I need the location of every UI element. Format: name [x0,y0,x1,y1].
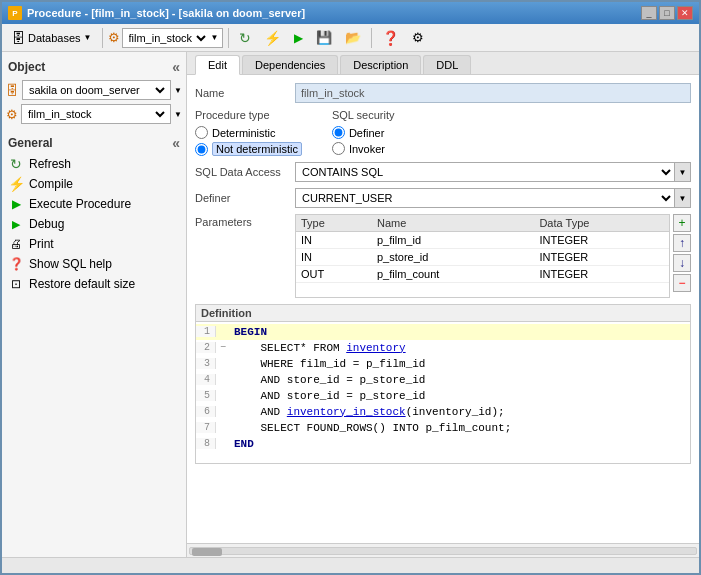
restore-action[interactable]: ⊡ Restore default size [6,274,182,294]
code-line-8: 8 END [196,436,690,452]
name-value-wrapper [295,83,691,103]
server-dropdown-arrow[interactable]: ▼ [174,86,182,95]
deterministic-option[interactable]: Deterministic [195,126,302,139]
tab-description[interactable]: Description [340,55,421,74]
sql-data-access-dropdown[interactable]: CONTAINS SQL NO SQL READS SQL DATA MODIF… [295,162,691,182]
definer-radio[interactable] [332,126,345,139]
invoker-option[interactable]: Invoker [332,142,395,155]
h-scrollbar-track [189,547,697,555]
code-editor[interactable]: 1 BEGIN 2 − SELECT* FROM inventory [196,322,690,454]
print-icon: 🖨 [8,236,24,252]
param-row-3[interactable]: OUT p_film_count INTEGER [296,266,669,283]
sql-data-access-select[interactable]: CONTAINS SQL NO SQL READS SQL DATA MODIF… [296,165,674,179]
server-selector-row: 🗄 sakila on doom_server ▼ [6,78,182,102]
compile-label: Compile [29,177,73,191]
window-title: Procedure - [film_in_stock] - [sakila on… [27,7,305,19]
tb-compile-btn[interactable]: ⚡ [259,27,286,49]
proc-selector-row: ⚙ film_in_stock ▼ [6,102,182,126]
object-collapse-btn[interactable]: « [172,59,180,75]
title-bar-left: P Procedure - [film_in_stock] - [sakila … [8,6,305,20]
tb-save-btn[interactable]: 💾 [311,27,337,48]
proc-selector-icon: ⚙ [6,107,18,122]
print-action[interactable]: 🖨 Print [6,234,182,254]
line-num-3: 3 [196,358,216,369]
line-num-6: 6 [196,406,216,417]
server-selector[interactable]: sakila on doom_server [22,80,171,100]
procedure-dropdown[interactable]: film_in_stock ▼ [122,28,224,48]
definer-arrow: ▼ [674,189,690,207]
close-button[interactable]: ✕ [677,6,693,20]
param-row-1[interactable]: IN p_film_id INTEGER [296,232,669,249]
add-param-button[interactable]: + [673,214,691,232]
line-code-4: AND store_id = p_store_id [230,374,425,386]
param2-type: IN [296,249,372,266]
tb-settings-btn[interactable]: ⚙ [407,27,429,48]
chevron-down-icon: ▼ [84,33,92,42]
databases-button[interactable]: 🗄 Databases ▼ [6,27,97,49]
name-label: Name [195,87,295,99]
move-up-button[interactable]: ↑ [673,234,691,252]
tb-refresh-icon: ↻ [239,30,251,46]
tb-execute-btn[interactable]: ▶ [289,28,308,48]
tab-ddl[interactable]: DDL [423,55,471,74]
tb-help-icon: ❓ [382,30,399,46]
window-icon: P [8,6,22,20]
maximize-button[interactable]: □ [659,6,675,20]
debug-action[interactable]: ▶ Debug [6,214,182,234]
proc-selector[interactable]: film_in_stock [21,104,171,124]
proc-type-group: Procedure type Deterministic Not determi… [195,109,302,156]
definer-option[interactable]: Definer [332,126,395,139]
tb-help-btn[interactable]: ❓ [377,27,404,49]
definer-label: Definer [349,127,384,139]
invoker-radio[interactable] [332,142,345,155]
restore-icon: ⊡ [8,276,24,292]
minimize-button[interactable]: _ [641,6,657,20]
h-scrollbar[interactable] [187,543,699,557]
move-down-button[interactable]: ↓ [673,254,691,272]
debug-icon: ▶ [8,216,24,232]
deterministic-radio[interactable] [195,126,208,139]
tab-dependencies[interactable]: Dependencies [242,55,338,74]
execute-label: Execute Procedure [29,197,131,211]
tb-open-icon: 📂 [345,30,361,45]
procedure-select[interactable]: film_in_stock [125,31,209,45]
proc-dropdown-arrow[interactable]: ▼ [174,110,182,119]
tb-save-icon: 💾 [316,30,332,45]
line-code-3: WHERE film_id = p_film_id [230,358,425,370]
code-line-4: 4 AND store_id = p_store_id [196,372,690,388]
general-section: General « ↻ Refresh ⚡ Compile ▶ Execute … [6,132,182,294]
line-code-1: BEGIN [230,326,267,338]
deterministic-label: Deterministic [212,127,276,139]
refresh-action[interactable]: ↻ Refresh [6,154,182,174]
server-select[interactable]: sakila on doom_server [25,83,168,97]
sql-data-access-value: CONTAINS SQL NO SQL READS SQL DATA MODIF… [295,162,691,182]
parameters-label: Parameters [195,214,295,228]
execute-action[interactable]: ▶ Execute Procedure [6,194,182,214]
h-scrollbar-thumb[interactable] [192,548,222,556]
tab-edit[interactable]: Edit [195,55,240,75]
sql-help-action[interactable]: ❓ Show SQL help [6,254,182,274]
general-collapse-btn[interactable]: « [172,135,180,151]
definer-dropdown[interactable]: CURRENT_USER ▼ [295,188,691,208]
param-row-2[interactable]: IN p_store_id INTEGER [296,249,669,266]
sep3 [371,28,372,48]
compile-action[interactable]: ⚡ Compile [6,174,182,194]
tb-open-btn[interactable]: 📂 [340,27,366,48]
sep1 [102,28,103,48]
line-num-5: 5 [196,390,216,401]
not-deterministic-radio[interactable] [195,143,208,156]
code-line-6: 6 AND inventory_in_stock(inventory_id); [196,404,690,420]
sql-help-icon: ❓ [8,256,24,272]
tb-refresh-btn[interactable]: ↻ [234,27,256,49]
definition-header: Definition [196,305,690,322]
definer-select[interactable]: CURRENT_USER [296,191,674,205]
tb-settings-icon: ⚙ [412,30,424,45]
toolbar: 🗄 Databases ▼ ⚙ film_in_stock ▼ ↻ ⚡ ▶ [2,24,699,52]
object-section-label: Object [8,60,45,74]
proc-select[interactable]: film_in_stock [24,107,168,121]
name-input[interactable] [295,83,691,103]
remove-param-button[interactable]: − [673,274,691,292]
line-num-2: 2 [196,342,216,353]
not-deterministic-option[interactable]: Not deterministic [195,142,302,156]
params-buttons: + ↑ ↓ − [673,214,691,292]
